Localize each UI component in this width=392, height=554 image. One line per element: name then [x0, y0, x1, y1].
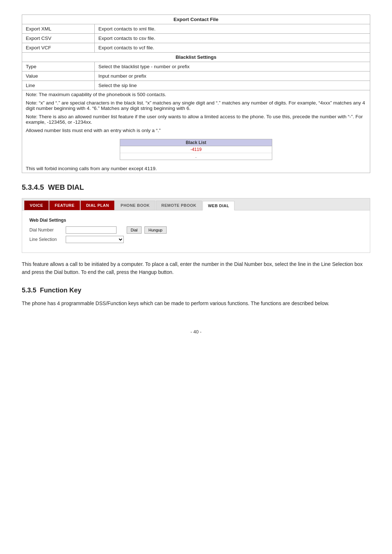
hungup-button[interactable]: Hungup — [144, 226, 167, 234]
export-header-row: Export Contact File — [22, 15, 370, 24]
blacklist-type-label: Type — [22, 62, 95, 71]
section-5345-label: WEB DIAL — [48, 183, 84, 191]
export-section-header: Export Contact File — [22, 15, 370, 24]
export-vcf-label: Export VCF — [22, 43, 95, 53]
blacklist-mini-dot: . — [120, 153, 272, 160]
section-535-title: 5.3.5 Function Key — [22, 287, 370, 294]
tab-remote-pbook[interactable]: REMOTE PBOOK — [156, 201, 202, 210]
blacklist-value-label: Value — [22, 71, 95, 81]
dial-number-input[interactable] — [66, 226, 117, 234]
tab-feature[interactable]: FEATURE — [49, 201, 80, 210]
tab-phone-book[interactable]: PHONE BOOK — [115, 201, 155, 210]
line-selection-select[interactable] — [66, 236, 124, 243]
blacklist-mini-table-row: Black List -4119 . — [22, 135, 370, 164]
section-5345-number: 5.3.4.5 — [22, 183, 44, 191]
tab-voice[interactable]: VOICE — [24, 201, 49, 210]
export-xml-label: Export XML — [22, 24, 95, 34]
export-xml-row: Export XML Export contacts to xml file. — [22, 24, 370, 34]
blacklist-mini-table: Black List -4119 . — [120, 139, 272, 160]
export-vcf-row: Export VCF Export contacts to vcf file. — [22, 43, 370, 53]
note-row-3: Note: There is also an allowed number li… — [22, 112, 370, 126]
blacklist-value-desc: Input number or prefix — [95, 71, 370, 81]
web-interface-screenshot: VOICE FEATURE DIAL PLAN PHONE BOOK REMOT… — [22, 198, 370, 253]
web-dial-settings-label: Web Dial Settings — [29, 218, 363, 223]
blacklist-section-header: Blacklist Settings — [22, 53, 370, 62]
blacklist-line-label: Line — [22, 81, 95, 90]
note-3-text: Note: There is also an allowed number li… — [22, 112, 370, 126]
export-vcf-desc: Export contacts to vcf file. — [95, 43, 370, 53]
blacklist-header-row: Blacklist Settings — [22, 53, 370, 62]
export-xml-desc: Export contacts to xml file. — [95, 24, 370, 34]
note-4-text: Allowed number lists must end with an en… — [22, 126, 370, 135]
dial-number-label: Dial Number — [29, 227, 66, 233]
export-csv-desc: Export contacts to csv file. — [95, 34, 370, 43]
export-blacklist-table: Export Contact File Export XML Export co… — [22, 15, 370, 173]
web-dial-content: Web Dial Settings Dial Number Dial Hungu… — [22, 210, 370, 253]
line-selection-row: Line Selection — [29, 236, 363, 243]
blacklist-value-row: Value Input number or prefix — [22, 71, 370, 81]
note-row-1: Note: The maximum capability of the phon… — [22, 90, 370, 99]
blacklist-mini-header: Black List — [120, 139, 272, 146]
blacklist-type-row: Type Select the blacklist type - number … — [22, 62, 370, 71]
note-2-text: Note: “x” and “.” are special characters… — [22, 99, 370, 112]
tab-dial-plan[interactable]: DIAL PLAN — [81, 201, 114, 210]
web-dial-description: This feature allows a call to be initiat… — [22, 260, 370, 276]
dial-buttons-group: Dial Hungup — [124, 226, 167, 234]
forbid-note-text: This will forbid incoming calls from any… — [22, 164, 370, 173]
section-535-label: Function Key — [40, 287, 81, 294]
export-csv-row: Export CSV Export contacts to csv file. — [22, 34, 370, 43]
page-number: - 40 - — [22, 329, 370, 335]
tab-bar: VOICE FEATURE DIAL PLAN PHONE BOOK REMOT… — [22, 198, 370, 210]
export-csv-label: Export CSV — [22, 34, 95, 43]
dial-button[interactable]: Dial — [127, 226, 142, 234]
section-5345-title: 5.3.4.5 WEB DIAL — [22, 183, 370, 192]
function-key-description: The phone has 4 programmable DSS/Functio… — [22, 299, 370, 307]
section-535-number: 5.3.5 — [22, 287, 36, 294]
blacklist-line-desc: Select the sip line — [95, 81, 370, 90]
blacklist-type-desc: Select the blacklist type - number or pr… — [95, 62, 370, 71]
dial-number-row: Dial Number Dial Hungup — [29, 226, 363, 234]
blacklist-mini-entry: -4119 — [120, 146, 272, 153]
note-row-2: Note: “x” and “.” are special characters… — [22, 99, 370, 112]
forbid-note-row: This will forbid incoming calls from any… — [22, 164, 370, 173]
note-1-text: Note: The maximum capability of the phon… — [22, 90, 370, 99]
line-selection-label: Line Selection — [29, 237, 66, 242]
note-row-4: Allowed number lists must end with an en… — [22, 126, 370, 135]
blacklist-line-row: Line Select the sip line — [22, 81, 370, 90]
tab-web-dial[interactable]: WEB DIAL — [203, 201, 234, 210]
